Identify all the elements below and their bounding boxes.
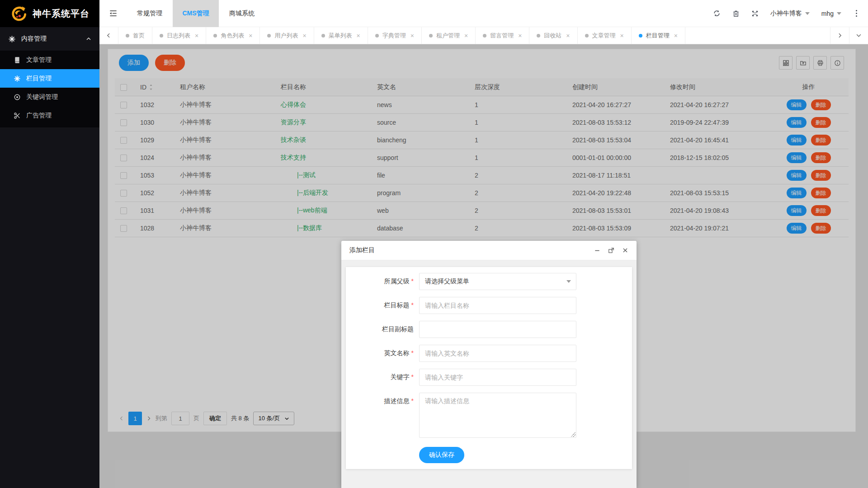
required-asterisk: * xyxy=(411,277,414,285)
sidebar-item-2[interactable]: 关键词管理 xyxy=(0,88,99,106)
add-category-modal: 添加栏目 所属父级*请选择父级菜单栏目标题*栏目副标题英文名称*关键字*描述信息… xyxy=(341,241,637,488)
field-label-text: 关键字 xyxy=(391,373,410,380)
tabs-scroll-right-icon[interactable] xyxy=(830,27,849,44)
sidebar-item-label: 文章管理 xyxy=(26,56,52,64)
chevron-up-icon xyxy=(86,36,91,42)
tab-dot-icon xyxy=(160,34,163,38)
parent-category-select[interactable]: 请选择父级菜单 xyxy=(419,273,576,290)
modal-title: 添加栏目 xyxy=(349,246,375,254)
tab-label: 用户列表 xyxy=(274,32,298,40)
tab-close-icon[interactable]: × xyxy=(249,33,252,39)
collapse-menu-icon[interactable] xyxy=(99,0,127,27)
caret-down-icon xyxy=(566,280,571,283)
nav-item-1[interactable]: CMS管理 xyxy=(173,0,219,27)
tab-6[interactable]: 租户管理× xyxy=(422,27,476,44)
tab-close-icon[interactable]: × xyxy=(357,33,360,39)
app-logo: 神牛系统平台 xyxy=(0,0,99,27)
field-label-text: 所属父级 xyxy=(384,277,410,285)
tab-0[interactable]: 首页 xyxy=(118,27,152,44)
tab-5[interactable]: 字典管理× xyxy=(368,27,422,44)
tab-dot-icon xyxy=(126,34,129,38)
tab-dot-icon xyxy=(537,34,540,38)
tab-8[interactable]: 回收站× xyxy=(529,27,577,44)
field-label: 栏目标题* xyxy=(346,301,414,310)
field-input-1[interactable] xyxy=(419,297,576,314)
tab-dot-icon xyxy=(375,34,379,38)
tab-7[interactable]: 留言管理× xyxy=(476,27,529,44)
tab-close-icon[interactable]: × xyxy=(518,33,522,39)
sidebar-item-0[interactable]: 文章管理 xyxy=(0,51,99,69)
field-label-text: 栏目标题 xyxy=(384,301,410,309)
tab-10[interactable]: 栏目管理× xyxy=(632,27,685,44)
app-root: 神牛系统平台 内容管理 文章管理栏目管理关键词管理广告管理 常规管理CMS管理商… xyxy=(0,0,868,488)
tab-3[interactable]: 用户列表× xyxy=(260,27,314,44)
tab-label: 菜单列表 xyxy=(329,32,352,40)
sidebar-item-1[interactable]: 栏目管理 xyxy=(0,69,99,88)
sidebar-item-label: 栏目管理 xyxy=(26,75,52,83)
tab-4[interactable]: 菜单列表× xyxy=(314,27,368,44)
required-asterisk: * xyxy=(411,397,414,404)
tabs-scroll-left-icon[interactable] xyxy=(99,27,118,44)
tab-close-icon[interactable]: × xyxy=(566,33,570,39)
description-textarea[interactable] xyxy=(419,393,576,438)
fullscreen-icon[interactable] xyxy=(751,10,759,17)
sidebar-item-label: 关键词管理 xyxy=(26,93,58,101)
tab-close-icon[interactable]: × xyxy=(464,33,468,39)
tabs-menu-icon[interactable] xyxy=(849,27,868,44)
trash-icon[interactable] xyxy=(732,10,740,17)
field-input-4[interactable] xyxy=(419,369,576,386)
field-label-text: 栏目副标题 xyxy=(382,325,414,333)
sidebar-item-label: 广告管理 xyxy=(26,112,52,120)
field-label-text: 英文名称 xyxy=(384,349,410,357)
form-row-0: 所属父级*请选择父级菜单 xyxy=(346,273,632,290)
tab-2[interactable]: 角色列表× xyxy=(206,27,260,44)
tab-close-icon[interactable]: × xyxy=(195,33,198,39)
close-icon[interactable] xyxy=(622,247,628,253)
minimize-icon[interactable] xyxy=(594,247,600,253)
field-label: 描述信息* xyxy=(346,393,414,405)
field-label: 所属父级* xyxy=(346,277,414,286)
field-input-3[interactable] xyxy=(419,345,576,362)
tab-1[interactable]: 日志列表× xyxy=(152,27,206,44)
nav-item-2[interactable]: 商城系统 xyxy=(219,0,265,27)
caret-down-icon xyxy=(837,12,841,15)
field-label: 关键字* xyxy=(346,373,414,381)
modal-window-controls xyxy=(594,247,628,253)
user-dropdown[interactable]: mhg xyxy=(821,10,841,17)
refresh-icon[interactable] xyxy=(713,9,721,17)
field-label-text: 描述信息 xyxy=(384,397,410,404)
user-name: mhg xyxy=(821,10,834,17)
app-title: 神牛系统平台 xyxy=(33,8,90,20)
tab-close-icon[interactable]: × xyxy=(410,33,414,39)
scissors-icon xyxy=(14,112,21,119)
form-row-2: 栏目副标题 xyxy=(346,321,632,338)
tab-label: 角色列表 xyxy=(221,32,244,40)
sidebar-group-content-mgmt[interactable]: 内容管理 xyxy=(0,27,99,51)
sidebar-group-label: 内容管理 xyxy=(21,35,86,43)
book-icon xyxy=(14,56,21,64)
tab-label: 回收站 xyxy=(544,32,561,40)
select-placeholder: 请选择父级菜单 xyxy=(425,277,469,286)
maximize-icon[interactable] xyxy=(608,247,614,253)
more-vertical-icon[interactable] xyxy=(853,8,860,19)
form-row-3: 英文名称* xyxy=(346,345,632,362)
confirm-save-button[interactable]: 确认保存 xyxy=(419,447,464,463)
tab-label: 租户管理 xyxy=(436,32,460,40)
tab-9[interactable]: 文章管理× xyxy=(578,27,632,44)
field-control xyxy=(419,321,576,338)
field-input-2[interactable] xyxy=(419,321,576,338)
sidebar-submenu: 文章管理栏目管理关键词管理广告管理 xyxy=(0,51,99,127)
nav-item-0[interactable]: 常规管理 xyxy=(127,0,173,27)
tab-close-icon[interactable]: × xyxy=(620,33,624,39)
tab-close-icon[interactable]: × xyxy=(302,33,306,39)
form-row-4: 关键字* xyxy=(346,369,632,386)
tenant-dropdown[interactable]: 小神牛博客 xyxy=(770,9,810,18)
tab-label: 日志列表 xyxy=(167,32,190,40)
required-asterisk: * xyxy=(411,373,414,380)
sidebar-item-3[interactable]: 广告管理 xyxy=(0,106,99,125)
tabs: 首页日志列表×角色列表×用户列表×菜单列表×字典管理×租户管理×留言管理×回收站… xyxy=(118,27,830,44)
field-label: 栏目副标题 xyxy=(346,325,414,333)
required-asterisk: * xyxy=(411,301,414,309)
tab-dot-icon xyxy=(321,34,325,38)
tab-close-icon[interactable]: × xyxy=(674,33,678,39)
